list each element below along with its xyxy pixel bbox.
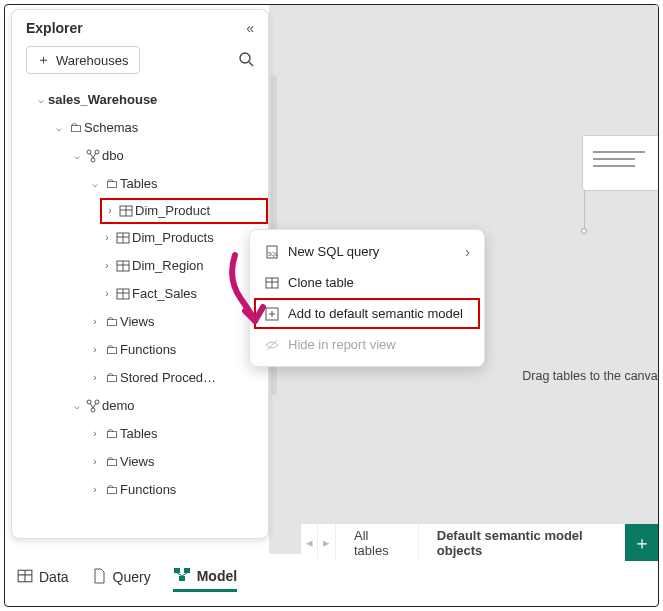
- explorer-tree: ⌵ sales_Warehouse ⌵ 🗀 Schemas ⌵ dbo ⌵ 🗀 …: [12, 82, 268, 514]
- plus-icon: ＋: [37, 51, 50, 69]
- table-card-preview: [582, 135, 659, 191]
- add-warehouses-label: Warehouses: [56, 53, 129, 68]
- folder-icon: 🗀: [102, 312, 120, 332]
- chevron-right-icon: ›: [103, 201, 117, 221]
- view-tab-query[interactable]: Query: [91, 566, 151, 592]
- table-icon: [117, 204, 135, 218]
- chevron-right-icon: ›: [88, 480, 102, 500]
- collapse-icon[interactable]: «: [246, 20, 254, 36]
- eye-off-icon: [264, 338, 280, 352]
- tabs-prev-icon[interactable]: ◂: [301, 524, 318, 561]
- chevron-right-icon: ›: [100, 256, 114, 276]
- svg-point-0: [240, 53, 250, 63]
- table-icon: [264, 276, 280, 290]
- svg-point-19: [91, 408, 95, 412]
- canvas-hint-text: Drag tables to the canvas: [522, 369, 659, 383]
- add-box-icon: [264, 307, 280, 321]
- svg-text:SQL: SQL: [268, 251, 278, 257]
- chevron-down-icon: ⌵: [34, 90, 48, 110]
- tab-default-semantic-model[interactable]: Default semantic model objects: [419, 524, 625, 561]
- chevron-right-icon: ›: [88, 424, 102, 444]
- ctx-add-to-semantic-model[interactable]: Add to default semantic model: [254, 298, 480, 329]
- tree-schema-dbo[interactable]: ⌵ dbo: [70, 142, 268, 170]
- tree-table-dim-region[interactable]: › Dim_Region: [100, 252, 268, 280]
- table-icon: [114, 259, 132, 273]
- tree-tables-demo[interactable]: › 🗀 Tables: [88, 420, 268, 448]
- tree-schemas[interactable]: ⌵ 🗀 Schemas: [52, 114, 268, 142]
- context-menu: SQL New SQL query Clone table Add to def…: [249, 229, 485, 367]
- tree-table-fact-sales[interactable]: › Fact_Sales: [100, 280, 268, 308]
- tabs-next-icon[interactable]: ▸: [318, 524, 335, 561]
- tree-functions-dbo[interactable]: › 🗀 Functions: [88, 336, 268, 364]
- search-icon[interactable]: [238, 51, 254, 70]
- explorer-title: Explorer: [26, 20, 83, 36]
- tree-table-dim-product[interactable]: › Dim_Product: [100, 198, 268, 224]
- tree-views-dbo[interactable]: › 🗀 Views: [88, 308, 268, 336]
- canvas-tabstrip: ◂ ▸ All tables Default semantic model ob…: [301, 523, 658, 561]
- svg-rect-32: [174, 568, 180, 573]
- svg-point-4: [91, 158, 95, 162]
- folder-icon: 🗀: [102, 368, 120, 388]
- tab-all-tables[interactable]: All tables: [336, 524, 419, 561]
- chevron-right-icon: ›: [100, 228, 114, 248]
- tree-functions-demo[interactable]: › 🗀 Functions: [88, 476, 268, 504]
- chevron-down-icon: ⌵: [88, 174, 102, 194]
- tree-views-demo[interactable]: › 🗀 Views: [88, 448, 268, 476]
- folder-icon: 🗀: [102, 480, 120, 500]
- chevron-right-icon: ›: [88, 368, 102, 388]
- chevron-down-icon: ⌵: [52, 118, 66, 138]
- chevron-right-icon: ›: [88, 452, 102, 472]
- ctx-new-sql-query[interactable]: SQL New SQL query: [254, 236, 480, 267]
- sql-icon: SQL: [264, 245, 280, 259]
- tree-tables-dbo[interactable]: ⌵ 🗀 Tables: [88, 170, 268, 198]
- ctx-clone-table[interactable]: Clone table: [254, 267, 480, 298]
- tree-sprocs-dbo[interactable]: › 🗀 Stored Proced…: [88, 364, 268, 392]
- table-icon: [114, 287, 132, 301]
- schema-icon: [84, 149, 102, 163]
- tree-table-dim-products[interactable]: › Dim_Products: [100, 224, 268, 252]
- svg-rect-34: [179, 576, 185, 581]
- table-icon: [17, 568, 33, 587]
- chevron-right-icon: ›: [88, 340, 102, 360]
- ctx-hide-in-report-view: Hide in report view: [254, 329, 480, 360]
- add-tab-button[interactable]: ＋: [625, 524, 658, 561]
- tree-schema-demo[interactable]: ⌵ demo: [70, 392, 268, 420]
- table-icon: [114, 231, 132, 245]
- chevron-right-icon: ›: [100, 284, 114, 304]
- folder-icon: 🗀: [66, 118, 84, 138]
- folder-icon: 🗀: [102, 452, 120, 472]
- svg-rect-33: [184, 568, 190, 573]
- explorer-panel: Explorer « ＋ Warehouses ⌵ sales_Warehous…: [11, 9, 269, 539]
- folder-icon: 🗀: [102, 340, 120, 360]
- view-tab-data[interactable]: Data: [17, 566, 69, 592]
- schema-icon: [84, 399, 102, 413]
- folder-icon: 🗀: [102, 174, 120, 194]
- chevron-right-icon: ›: [88, 312, 102, 332]
- document-icon: [91, 568, 107, 587]
- chevron-down-icon: ⌵: [70, 146, 84, 166]
- view-switcher: Data Query Model: [17, 566, 237, 592]
- tree-warehouse[interactable]: ⌵ sales_Warehouse: [34, 86, 268, 114]
- view-tab-model[interactable]: Model: [173, 566, 237, 592]
- chevron-down-icon: ⌵: [70, 396, 84, 416]
- add-warehouses-button[interactable]: ＋ Warehouses: [26, 46, 140, 74]
- folder-icon: 🗀: [102, 424, 120, 444]
- svg-line-1: [249, 62, 253, 66]
- model-icon: [173, 566, 191, 585]
